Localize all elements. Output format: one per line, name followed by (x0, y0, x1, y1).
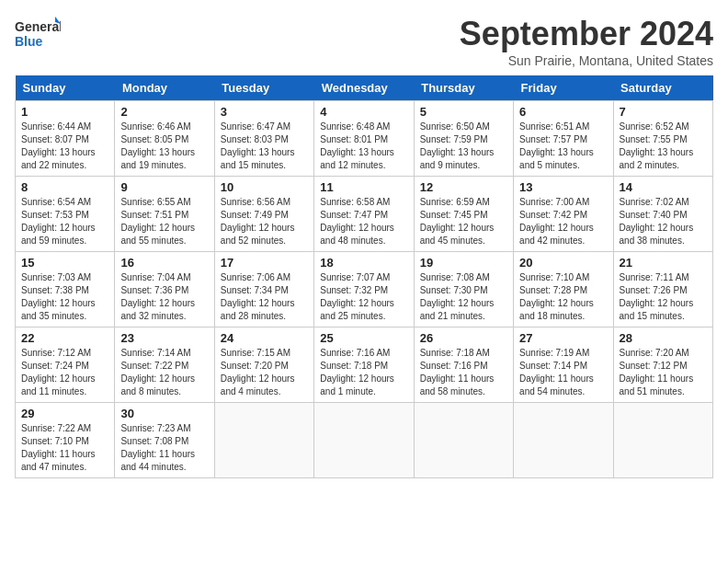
day-number: 27 (519, 331, 607, 345)
day-number: 25 (320, 331, 407, 345)
day-info: Sunrise: 7:12 AM Sunset: 7:24 PM Dayligh… (21, 347, 108, 398)
day-info: Sunrise: 7:23 AM Sunset: 7:08 PM Dayligh… (120, 422, 208, 474)
calendar-cell: 25Sunrise: 7:16 AM Sunset: 7:18 PM Dayli… (314, 327, 414, 403)
week-row-2: 8Sunrise: 6:54 AM Sunset: 7:53 PM Daylig… (16, 177, 713, 252)
day-info: Sunrise: 6:46 AM Sunset: 8:05 PM Dayligh… (120, 121, 208, 172)
day-info: Sunrise: 6:44 AM Sunset: 8:07 PM Dayligh… (21, 121, 108, 172)
calendar-cell: 11Sunrise: 6:58 AM Sunset: 7:47 PM Dayli… (314, 177, 414, 252)
day-number: 26 (420, 331, 507, 345)
day-number: 8 (21, 180, 108, 194)
calendar-cell: 6Sunrise: 6:51 AM Sunset: 7:57 PM Daylig… (514, 101, 613, 177)
calendar-cell: 5Sunrise: 6:50 AM Sunset: 7:59 PM Daylig… (414, 101, 513, 177)
day-number: 19 (420, 256, 507, 270)
day-info: Sunrise: 6:59 AM Sunset: 7:45 PM Dayligh… (420, 196, 507, 247)
day-number: 22 (21, 331, 108, 345)
day-info: Sunrise: 6:55 AM Sunset: 7:51 PM Dayligh… (120, 196, 208, 247)
calendar-cell: 20Sunrise: 7:10 AM Sunset: 7:28 PM Dayli… (514, 252, 613, 327)
day-info: Sunrise: 6:52 AM Sunset: 7:55 PM Dayligh… (620, 121, 707, 172)
day-info: Sunrise: 7:00 AM Sunset: 7:42 PM Dayligh… (519, 196, 607, 247)
day-number: 16 (120, 256, 208, 270)
day-number: 2 (120, 105, 208, 119)
calendar-cell: 14Sunrise: 7:02 AM Sunset: 7:40 PM Dayli… (613, 177, 712, 252)
calendar-cell: 17Sunrise: 7:06 AM Sunset: 7:34 PM Dayli… (214, 252, 313, 327)
day-number: 7 (620, 105, 707, 119)
day-number: 23 (120, 331, 208, 345)
week-row-3: 15Sunrise: 7:03 AM Sunset: 7:38 PM Dayli… (16, 252, 713, 327)
day-info: Sunrise: 7:06 AM Sunset: 7:34 PM Dayligh… (221, 271, 308, 323)
calendar-cell: 18Sunrise: 7:07 AM Sunset: 7:32 PM Dayli… (314, 252, 414, 327)
day-number: 29 (21, 407, 108, 420)
week-row-1: 1Sunrise: 6:44 AM Sunset: 8:07 PM Daylig… (16, 101, 713, 177)
day-info: Sunrise: 6:54 AM Sunset: 7:53 PM Dayligh… (21, 196, 108, 247)
calendar-cell: 29Sunrise: 7:22 AM Sunset: 7:10 PM Dayli… (16, 403, 115, 478)
weekday-friday: Friday (514, 75, 613, 101)
day-info: Sunrise: 7:03 AM Sunset: 7:38 PM Dayligh… (21, 271, 108, 323)
svg-text:General: General (15, 19, 61, 34)
day-info: Sunrise: 7:16 AM Sunset: 7:18 PM Dayligh… (320, 347, 407, 398)
weekday-wednesday: Wednesday (314, 75, 414, 101)
day-info: Sunrise: 7:08 AM Sunset: 7:30 PM Dayligh… (420, 271, 507, 323)
day-number: 24 (221, 331, 308, 345)
weekday-thursday: Thursday (414, 75, 513, 101)
calendar-cell: 22Sunrise: 7:12 AM Sunset: 7:24 PM Dayli… (16, 327, 115, 403)
weekday-monday: Monday (115, 75, 214, 101)
calendar-cell: 16Sunrise: 7:04 AM Sunset: 7:36 PM Dayli… (115, 252, 214, 327)
day-info: Sunrise: 7:11 AM Sunset: 7:26 PM Dayligh… (620, 271, 707, 323)
calendar-cell: 8Sunrise: 6:54 AM Sunset: 7:53 PM Daylig… (16, 177, 115, 252)
day-number: 18 (320, 256, 407, 270)
location-subtitle: Sun Prairie, Montana, United States (460, 53, 713, 68)
calendar-cell: 9Sunrise: 6:55 AM Sunset: 7:51 PM Daylig… (115, 177, 214, 252)
day-number: 15 (21, 256, 108, 270)
calendar-cell: 30Sunrise: 7:23 AM Sunset: 7:08 PM Dayli… (115, 403, 214, 478)
day-number: 10 (221, 180, 308, 194)
calendar-cell: 10Sunrise: 6:56 AM Sunset: 7:49 PM Dayli… (214, 177, 313, 252)
day-number: 30 (120, 407, 208, 420)
day-info: Sunrise: 6:56 AM Sunset: 7:49 PM Dayligh… (221, 196, 308, 247)
day-number: 11 (320, 180, 407, 194)
logo: General Blue (15, 15, 61, 55)
day-info: Sunrise: 7:19 AM Sunset: 7:14 PM Dayligh… (519, 347, 607, 398)
calendar-cell: 27Sunrise: 7:19 AM Sunset: 7:14 PM Dayli… (514, 327, 613, 403)
calendar-cell: 19Sunrise: 7:08 AM Sunset: 7:30 PM Dayli… (414, 252, 513, 327)
svg-text:Blue: Blue (15, 34, 43, 49)
day-number: 14 (620, 180, 707, 194)
calendar-cell (314, 403, 414, 478)
calendar-cell: 24Sunrise: 7:15 AM Sunset: 7:20 PM Dayli… (214, 327, 313, 403)
weekday-sunday: Sunday (16, 75, 115, 101)
weekday-header-row: SundayMondayTuesdayWednesdayThursdayFrid… (16, 75, 713, 101)
calendar-cell: 4Sunrise: 6:48 AM Sunset: 8:01 PM Daylig… (314, 101, 414, 177)
calendar-cell: 13Sunrise: 7:00 AM Sunset: 7:42 PM Dayli… (514, 177, 613, 252)
day-number: 17 (221, 256, 308, 270)
day-info: Sunrise: 7:07 AM Sunset: 7:32 PM Dayligh… (320, 271, 407, 323)
day-info: Sunrise: 6:58 AM Sunset: 7:47 PM Dayligh… (320, 196, 407, 247)
day-number: 21 (620, 256, 707, 270)
calendar-cell (214, 403, 313, 478)
calendar-cell: 26Sunrise: 7:18 AM Sunset: 7:16 PM Dayli… (414, 327, 513, 403)
day-info: Sunrise: 7:20 AM Sunset: 7:12 PM Dayligh… (620, 347, 707, 398)
day-info: Sunrise: 6:50 AM Sunset: 7:59 PM Dayligh… (420, 121, 507, 172)
day-info: Sunrise: 7:14 AM Sunset: 7:22 PM Dayligh… (120, 347, 208, 398)
title-block: September 2024 Sun Prairie, Montana, Uni… (460, 15, 713, 68)
day-info: Sunrise: 7:18 AM Sunset: 7:16 PM Dayligh… (420, 347, 507, 398)
day-number: 3 (221, 105, 308, 119)
day-number: 12 (420, 180, 507, 194)
day-info: Sunrise: 6:51 AM Sunset: 7:57 PM Dayligh… (519, 121, 607, 172)
day-number: 9 (120, 180, 208, 194)
day-info: Sunrise: 7:10 AM Sunset: 7:28 PM Dayligh… (519, 271, 607, 323)
day-number: 20 (519, 256, 607, 270)
day-number: 4 (320, 105, 407, 119)
weekday-tuesday: Tuesday (214, 75, 313, 101)
calendar-cell: 2Sunrise: 6:46 AM Sunset: 8:05 PM Daylig… (115, 101, 214, 177)
calendar-table: SundayMondayTuesdayWednesdayThursdayFrid… (15, 75, 713, 478)
weekday-saturday: Saturday (613, 75, 712, 101)
day-number: 5 (420, 105, 507, 119)
calendar-cell: 3Sunrise: 6:47 AM Sunset: 8:03 PM Daylig… (214, 101, 313, 177)
day-number: 13 (519, 180, 607, 194)
week-row-5: 29Sunrise: 7:22 AM Sunset: 7:10 PM Dayli… (16, 403, 713, 478)
calendar-cell: 1Sunrise: 6:44 AM Sunset: 8:07 PM Daylig… (16, 101, 115, 177)
day-number: 28 (620, 331, 707, 345)
calendar-cell: 21Sunrise: 7:11 AM Sunset: 7:26 PM Dayli… (613, 252, 712, 327)
page-header: General Blue September 2024 Sun Prairie,… (15, 15, 713, 68)
month-title: September 2024 (460, 15, 713, 53)
calendar-cell (613, 403, 712, 478)
